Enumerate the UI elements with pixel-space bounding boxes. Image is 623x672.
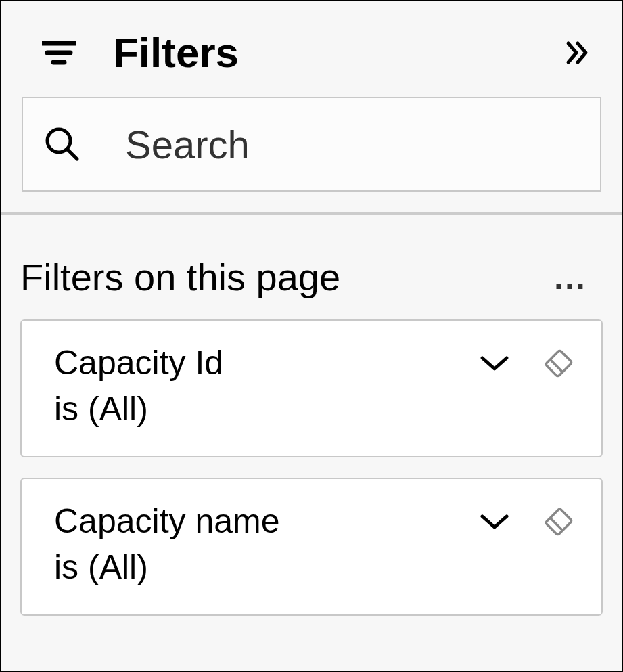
panel-title: Filters — [113, 28, 561, 76]
search-box[interactable] — [22, 97, 601, 192]
filter-card-capacity-id[interactable]: Capacity Id is (All) — [20, 319, 603, 457]
eraser-icon — [543, 506, 574, 537]
chevron-double-right-icon — [564, 39, 591, 66]
filter-name: Capacity Id — [54, 341, 480, 385]
expand-filter-button[interactable] — [480, 512, 509, 531]
expand-filter-button[interactable] — [480, 354, 509, 373]
clear-filter-button[interactable] — [543, 348, 574, 379]
filter-actions — [480, 499, 574, 537]
filter-actions — [480, 341, 574, 379]
filter-name: Capacity name — [54, 499, 480, 543]
search-container — [1, 97, 622, 212]
chevron-down-icon — [480, 354, 509, 373]
svg-rect-7 — [545, 508, 572, 535]
ellipsis-icon: … — [553, 259, 588, 296]
svg-rect-5 — [545, 350, 572, 377]
filter-text: Capacity Id is (All) — [54, 341, 480, 432]
section-title: Filters on this page — [20, 255, 546, 299]
more-options-button[interactable]: … — [546, 258, 595, 297]
search-icon — [43, 124, 81, 164]
chevron-down-icon — [480, 512, 509, 531]
filter-icon — [42, 39, 76, 66]
filter-text: Capacity name is (All) — [54, 499, 480, 591]
filter-value: is (All) — [54, 543, 480, 591]
filter-cards-list: Capacity Id is (All) Capacity name — [1, 319, 622, 616]
filters-panel-header: Filters — [1, 1, 622, 97]
search-input[interactable] — [125, 122, 580, 167]
clear-filter-button[interactable] — [543, 506, 574, 537]
section-header: Filters on this page … — [1, 215, 622, 319]
svg-line-4 — [67, 149, 77, 159]
filter-card-capacity-name[interactable]: Capacity name is (All) — [20, 478, 603, 616]
collapse-panel-button[interactable] — [561, 36, 595, 70]
eraser-icon — [543, 348, 574, 379]
filter-value: is (All) — [54, 385, 480, 432]
